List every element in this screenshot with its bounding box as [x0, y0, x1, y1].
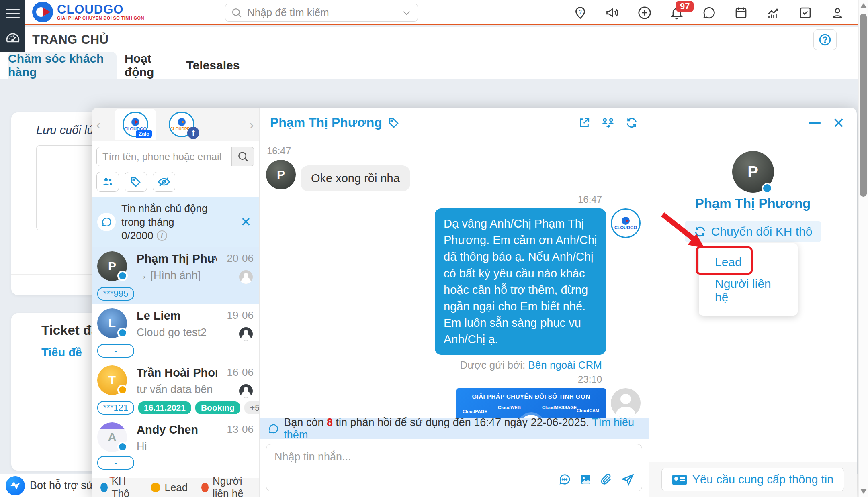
menu-icon[interactable]	[6, 6, 20, 21]
svg-text:?: ?	[579, 9, 582, 15]
sent-by-source[interactable]: Bên ngoài CRM	[528, 359, 602, 371]
logo-title: CLOUDGO	[57, 4, 144, 16]
channel-tabs: ‹ CLOUDGO Zalo CLOUDPRO f	[92, 108, 259, 141]
conversation-item[interactable]: L Le Liem Cloud go test2 19-06 -	[92, 304, 259, 361]
close-banner-icon[interactable]: ✕	[238, 214, 254, 230]
assignee-avatar	[239, 384, 253, 398]
top-bar: CLOUDGO GIẢI PHÁP CHUYỂN ĐỔI SỐ TINH GỌN…	[0, 0, 868, 25]
refresh-icon[interactable]	[625, 116, 638, 129]
chat-bubble-icon	[268, 423, 279, 435]
more-tags-chip[interactable]: +5	[244, 401, 259, 414]
message-history[interactable]: 16:47 P Oke xong rồi nha 16:47 Dạ vâng A…	[260, 138, 649, 418]
proactive-banner-line1: Tin nhắn chủ động trong tháng	[121, 202, 232, 229]
conversation-item[interactable]: A Andy Chen Hi 13-06 -	[92, 418, 259, 473]
tag-icon[interactable]	[388, 117, 400, 129]
conversation-item[interactable]: P Phạm Thị Phương → [Hình ảnh] 20-06 ***…	[92, 247, 259, 304]
legend-dot-nguoi-lien-he	[201, 483, 209, 492]
page-scrollbar[interactable]	[858, 0, 868, 497]
search-icon	[231, 7, 242, 18]
cloudgo-logo[interactable]: CLOUDGO GIẢI PHÁP CHUYỂN ĐỔI SỐ TINH GỌN	[32, 2, 144, 22]
conversation-list-panel: ‹ CLOUDGO Zalo CLOUDPRO f	[92, 108, 260, 497]
placeholder-avatar	[611, 388, 641, 418]
filter-tag-button[interactable]	[125, 172, 147, 192]
image-attach-icon[interactable]	[579, 473, 592, 486]
tag-chip[interactable]: 16.11.2021	[138, 401, 191, 414]
conversation-preview: [Hình ảnh]	[151, 269, 201, 281]
filter-hidden-button[interactable]	[153, 172, 175, 192]
scroll-down-icon[interactable]	[860, 489, 867, 494]
help-button[interactable]	[813, 29, 837, 50]
phone-pill: ***121	[97, 401, 134, 415]
dropdown-option-lead[interactable]: Lead	[699, 251, 798, 273]
proactive-banner-count: 0/2000	[121, 229, 154, 242]
info-icon[interactable]: i	[157, 230, 167, 241]
tab-cham-soc-khach-hang[interactable]: Chăm sóc khách hàng	[8, 52, 117, 79]
profile-panel-footer: Yêu cầu cung cấp thông tin	[649, 462, 857, 497]
channels-next-icon[interactable]: ›	[245, 117, 258, 132]
open-external-icon[interactable]	[578, 116, 591, 129]
add-icon[interactable]	[637, 5, 653, 21]
conversation-date: 13-06	[217, 423, 254, 436]
chat-icon[interactable]	[701, 5, 717, 21]
tab-hoat-dong[interactable]: Hoạt động	[125, 52, 177, 79]
scrollbar-thumb[interactable]	[860, 14, 867, 197]
channel-cloudgo-zalo[interactable]: CLOUDGO Zalo	[115, 109, 156, 140]
legend-label: KH Thô	[112, 475, 137, 497]
calendar-icon[interactable]	[733, 5, 749, 21]
logo-tagline: GIẢI PHÁP CHUYỂN ĐỔI SỐ TINH GỌN	[57, 16, 144, 20]
filter-contacts-button[interactable]	[96, 172, 119, 192]
reports-icon[interactable]	[765, 5, 781, 21]
profile-panel-body: P Phạm Thị Phương Chuyển đổi KH thô Lead…	[649, 139, 857, 462]
conversation-item[interactable]: 4 4256164741542484909 hello em 12-06 -	[92, 473, 259, 478]
minimize-icon[interactable]	[809, 122, 821, 124]
conversation-date: 16-06	[217, 366, 254, 379]
chat-contact-name[interactable]: Phạm Thị Phương	[270, 115, 382, 130]
page-header: TRANG CHỦ	[0, 27, 868, 52]
status-dot-lead	[117, 385, 128, 395]
dropdown-option-nguoi-lien-he[interactable]: Người liên hệ	[699, 273, 798, 308]
chevron-down-icon[interactable]	[401, 8, 412, 18]
channels-prev-icon[interactable]: ‹	[92, 117, 105, 132]
conversation-name: Trần Hoài Phong	[137, 366, 217, 379]
tabs-row: Chăm sóc khách hàng Hoạt động Telesales	[0, 52, 868, 79]
quick-reply-icon[interactable]	[558, 473, 571, 486]
chat-header: Phạm Thị Phương	[260, 108, 649, 138]
global-search[interactable]	[225, 4, 418, 22]
id-card-icon	[672, 475, 687, 485]
contact-search-input[interactable]	[102, 151, 226, 163]
ticket-column-header[interactable]: Tiêu đề	[41, 346, 82, 359]
transfer-conversation-icon[interactable]	[601, 116, 615, 130]
avatar: 4	[97, 477, 127, 478]
megaphone-icon[interactable]	[604, 5, 620, 21]
conversation-name: Le Liem	[137, 309, 217, 322]
cloudgo-bot-avatar: CLOUDGO	[611, 208, 641, 238]
legend-dot-kh-tho	[100, 483, 108, 492]
list-search-row	[92, 141, 259, 169]
dashboard-icon[interactable]	[4, 30, 21, 47]
chat-bubble-icon	[97, 213, 116, 231]
request-info-button[interactable]: Yêu cầu cung cấp thông tin	[661, 468, 844, 491]
attachment-icon[interactable]	[600, 473, 613, 486]
image-message[interactable]: GIẢI PHÁP CHUYỂN ĐỔI SỐ TINH GỌN CLOUDGO…	[456, 388, 606, 418]
conversation-preview: Cloud go test2	[137, 326, 217, 339]
global-search-input[interactable]	[247, 6, 397, 19]
send-icon[interactable]	[621, 473, 635, 486]
channel-cloudpro-facebook[interactable]: CLOUDPRO f	[169, 112, 194, 137]
location-icon[interactable]: ?	[572, 5, 588, 21]
notifications-icon[interactable]: 97	[669, 5, 685, 21]
status-legend: KH Thô Lead Người liên hệ	[92, 478, 259, 497]
profile-panel: ✕ P Phạm Thị Phương Chuyển đổi KH thô Le…	[649, 108, 857, 497]
tag-chip[interactable]: Booking	[195, 401, 240, 414]
conversation-preview: Hi	[137, 440, 217, 453]
contact-search-button[interactable]	[232, 147, 254, 166]
tasks-icon[interactable]	[797, 5, 813, 21]
scroll-up-icon[interactable]	[860, 3, 867, 8]
close-icon[interactable]: ✕	[833, 117, 845, 129]
convert-kh-tho-button[interactable]: Chuyển đổi KH thô	[685, 221, 821, 242]
sync-icon	[694, 225, 706, 238]
quota-bar: Bạn còn 8 tin phản hồi để sử dụng đến 16…	[260, 418, 649, 439]
tab-telesales[interactable]: Telesales	[189, 52, 237, 79]
profile-icon[interactable]	[829, 5, 845, 21]
messenger-icon[interactable]	[6, 476, 25, 495]
conversation-item[interactable]: T Trần Hoài Phong tư vấn data bên 16-06 …	[92, 361, 259, 418]
